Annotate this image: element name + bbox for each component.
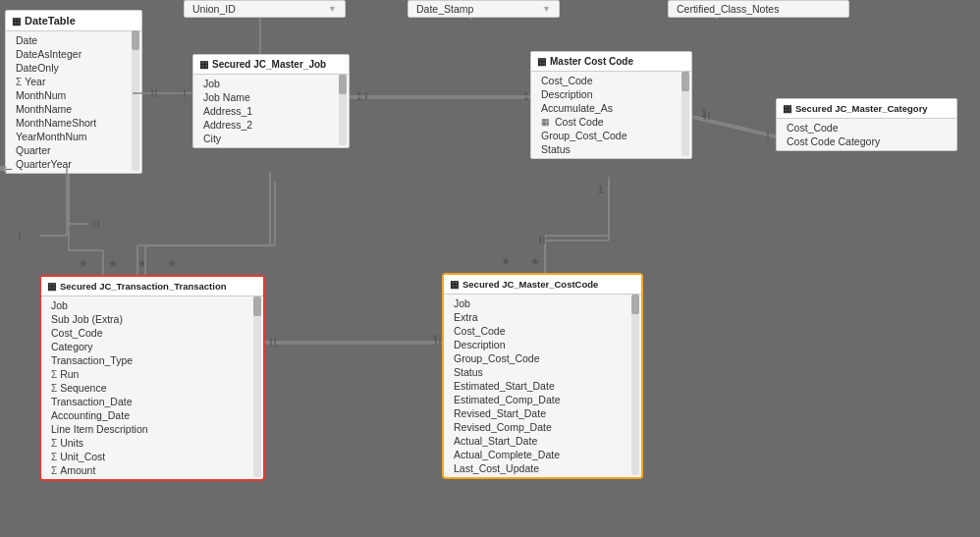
secured-jc-master-costcode-header: ▦ Secured JC_Master_CostCode (444, 275, 641, 295)
table-row: Status (531, 142, 691, 156)
table-row: Sub Job (Extra) (41, 312, 263, 326)
master-cost-code-header: ▦ Master Cost Code (531, 52, 691, 72)
table-row: Line Item Description (41, 422, 263, 436)
table-row: ▦Cost Code (531, 115, 691, 129)
star-marker-2: ★ (108, 257, 118, 270)
secured-jc-master-job-header: ▦ Secured JC_Master_Job (193, 55, 349, 75)
table-row: Extra (444, 310, 641, 324)
table-row: Transaction_Type (41, 353, 263, 367)
one-marker-3: 1 (701, 108, 707, 119)
date-table-card: ▦ DateTable Date DateAsInteger DateOnly … (5, 10, 142, 174)
date-stamp-field: Date_Stamp (416, 3, 473, 15)
table-row: Last_Cost_Update (444, 461, 641, 475)
table-row: Σ Amount (41, 463, 263, 477)
star-marker-3: ★ (137, 257, 147, 270)
star-marker-5: ★ (501, 255, 511, 268)
union-id-field: Union_ID (192, 3, 236, 15)
table-row: Cost_Code (41, 326, 263, 340)
secured-jc-master-job-body: Job Job Name Address_1 Address_2 City (193, 75, 349, 147)
table-row: DateAsInteger (6, 47, 141, 61)
svg-line-28 (692, 116, 776, 135)
table-row: Revised_Comp_Date (444, 420, 641, 434)
table-row: Σ Unit_Cost (41, 450, 263, 463)
table-row: MonthNum (6, 88, 141, 102)
one-marker-5: 1 (598, 185, 604, 195)
table-row: Σ Sequence (41, 381, 263, 395)
one-marker-4: 1 (432, 334, 438, 345)
table-row: Accounting_Date (41, 408, 263, 422)
date-table-icon: ▦ (12, 16, 21, 27)
connector-end-2: ⊢ (5, 165, 13, 175)
table-row: Actual_Complete_Date (444, 448, 641, 461)
table-row: Transaction_Date (41, 395, 263, 408)
star-marker-1: ★ (79, 257, 88, 270)
table-row: QuarterYear (6, 157, 141, 171)
table-row: Group_Cost_Code (444, 351, 641, 365)
table-row: Σ Units (41, 436, 263, 450)
table-row: Actual_Start_Date (444, 434, 641, 448)
table-row: Accumulate_As (531, 101, 691, 115)
master-cost-code-icon: ▦ (537, 56, 546, 67)
svg-line-15 (692, 118, 776, 137)
secured-jc-transaction-header: ▦ Secured JC_Transaction_Transaction (41, 277, 263, 296)
table-row: DateOnly (6, 61, 141, 75)
master-cost-code-card: ▦ Master Cost Code Cost_Code Description… (530, 51, 692, 159)
table-row: MonthNameShort (6, 116, 141, 130)
table-row: Job (193, 77, 349, 90)
one-marker-1: 1 (356, 91, 362, 102)
table-row: Status (444, 365, 641, 379)
table-row: Job (444, 296, 641, 310)
secured-jc-transaction-body: Job Sub Job (Extra) Cost_Code Category T… (41, 296, 263, 479)
date-table-body: Date DateAsInteger DateOnly Σ Year Month… (6, 31, 141, 173)
certified-class-notes-field: Certified_Class_Notes (677, 3, 779, 15)
secured-jc-master-costcode-icon: ▦ (450, 279, 459, 290)
secured-jc-transaction-icon: ▦ (47, 281, 56, 292)
table-row: Description (444, 338, 641, 351)
secured-jc-master-costcode-card: ▦ Secured JC_Master_CostCode Job Extra C… (442, 273, 643, 479)
one-marker-2: 1 (523, 91, 529, 102)
secured-jc-master-category-icon: ▦ (783, 103, 791, 114)
table-row: Revised_Start_Date (444, 406, 641, 420)
table-row: Category (41, 340, 263, 353)
secured-jc-master-category-card: ▦ Secured JC_Master_Category Cost_Code C… (776, 98, 957, 151)
top-datestamp-table: Date_Stamp ▼ (408, 0, 560, 18)
secured-jc-transaction-card: ▦ Secured JC_Transaction_Transaction Job… (39, 275, 265, 481)
table-row: Estimated_Comp_Date (444, 393, 641, 406)
table-row: Group_Cost_Code (531, 129, 691, 142)
table-row: Address_1 (193, 104, 349, 118)
table-row: Cost_Code (777, 121, 956, 134)
top-certified-table: Certified_Class_Notes (668, 0, 849, 18)
star-marker-6: ★ (530, 255, 540, 268)
table-row: Cost Code Category (777, 134, 956, 148)
secured-jc-master-costcode-body: Job Extra Cost_Code Description Group_Co… (444, 295, 641, 477)
table-row: Cost_Code (444, 324, 641, 338)
table-row: Estimated_Start_Date (444, 379, 641, 393)
star-marker-4: ★ (167, 257, 177, 270)
secured-jc-master-job-card: ▦ Secured JC_Master_Job Job Job Name Add… (192, 54, 350, 148)
table-row: Cost_Code (531, 74, 691, 87)
table-row: Σ Year (6, 75, 141, 88)
table-row: City (193, 132, 349, 145)
table-row: Job (41, 298, 263, 312)
table-row: YearMonthNum (6, 130, 141, 143)
top-union-table: Union_ID ▼ (184, 0, 346, 18)
table-row: MonthName (6, 102, 141, 116)
secured-jc-master-category-body: Cost_Code Cost Code Category (777, 119, 956, 150)
secured-jc-master-job-icon: ▦ (199, 59, 208, 70)
table-row: Σ Run (41, 367, 263, 381)
table-row: Description (531, 87, 691, 101)
table-row: Quarter (6, 143, 141, 157)
master-cost-code-body: Cost_Code Description Accumulate_As ▦Cos… (531, 72, 691, 158)
secured-jc-master-category-header: ▦ Secured JC_Master_Category (777, 99, 956, 119)
table-row: Job Name (193, 90, 349, 104)
table-row: Address_2 (193, 118, 349, 132)
table-row: Date (6, 33, 141, 47)
date-table-header: ▦ DateTable (6, 11, 141, 31)
connector-end-1: ⊣ (152, 165, 160, 175)
